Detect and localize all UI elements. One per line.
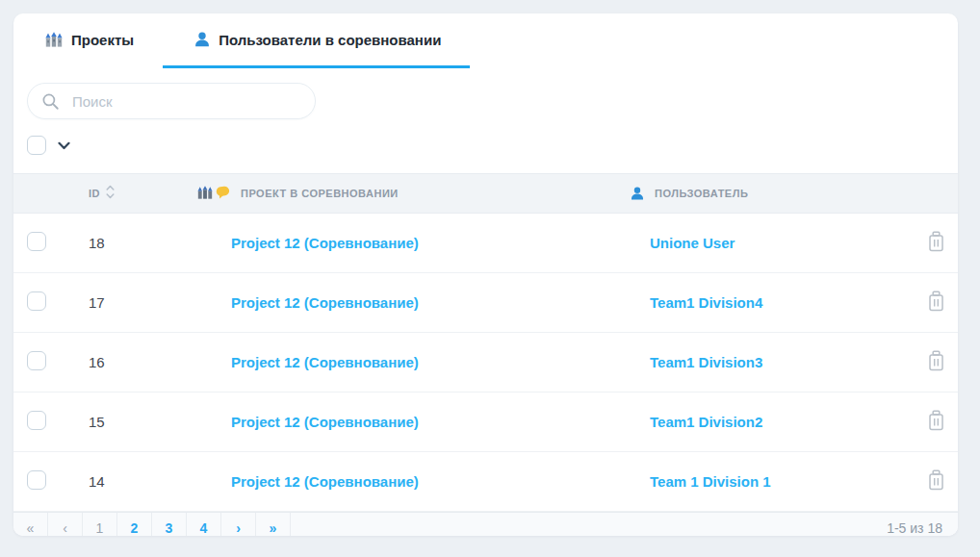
row-id: 18 <box>89 235 197 251</box>
row-id: 16 <box>89 354 197 370</box>
chevron-down-icon <box>58 139 70 153</box>
row-checkbox[interactable] <box>27 470 46 490</box>
table-row: 14 Project 12 (Соревнование) Team 1 Divi… <box>13 452 958 512</box>
row-checkbox[interactable] <box>27 232 46 251</box>
castle-icon <box>197 186 213 201</box>
column-header-id: ID <box>89 185 197 202</box>
pagination-page-3[interactable]: 3 <box>152 513 187 536</box>
table-row: 17 Project 12 (Соревнование) Team1 Divis… <box>13 273 958 333</box>
column-header-user-label: ПОЛЬЗОВАТЕЛЬ <box>655 188 748 199</box>
sort-icon <box>106 185 115 202</box>
delete-button[interactable] <box>924 468 948 495</box>
sort-id-button[interactable] <box>106 185 115 202</box>
bulk-actions-dropdown[interactable] <box>58 139 70 153</box>
user-link[interactable]: Team1 Division3 <box>650 354 762 370</box>
pagination-page-2[interactable]: 2 <box>117 513 152 536</box>
column-header-project: ПРОЕКТ В СОРЕВНОВАНИИ <box>197 186 631 201</box>
project-link[interactable]: Project 12 (Соревнование) <box>231 414 419 430</box>
trash-icon <box>926 410 946 434</box>
user-icon <box>631 187 644 200</box>
pagination-last-button[interactable]: » <box>256 513 291 536</box>
user-link[interactable]: Team1 Division2 <box>650 414 762 430</box>
bulk-select-row <box>27 135 944 156</box>
column-header-user: ПОЛЬЗОВАТЕЛЬ <box>631 187 915 200</box>
table-row: 15 Project 12 (Соревнование) Team1 Divis… <box>13 392 958 452</box>
pagination-page-1[interactable]: 1 <box>83 513 117 536</box>
users-table: ID <box>13 173 958 512</box>
pagination-next-button[interactable]: › <box>221 513 256 536</box>
select-all-checkbox[interactable] <box>27 136 46 155</box>
row-checkbox[interactable] <box>27 411 46 430</box>
user-link[interactable]: Team 1 Division 1 <box>650 473 771 490</box>
tab-bar: Проекты Пользователи в соревновании <box>13 13 958 68</box>
trash-icon <box>926 231 946 255</box>
project-link[interactable]: Project 12 (Соревнование) <box>231 354 419 370</box>
delete-button[interactable] <box>924 289 948 316</box>
delete-button[interactable] <box>924 348 948 376</box>
table-row: 16 Project 12 (Соревнование) Team1 Divis… <box>13 333 958 392</box>
user-link[interactable]: Team1 Division4 <box>650 294 762 311</box>
tab-projects[interactable]: Проекты <box>13 13 163 68</box>
tab-projects-label: Проекты <box>71 32 134 48</box>
pagination-first-button[interactable]: « <box>13 513 48 536</box>
row-id: 17 <box>89 294 197 311</box>
column-header-project-icons <box>197 186 230 201</box>
project-link[interactable]: Project 12 (Соревнование) <box>231 473 419 490</box>
pagination-page-4[interactable]: 4 <box>187 513 221 536</box>
pagination-summary: 1-5 из 18 <box>887 520 958 536</box>
delete-button[interactable] <box>924 229 948 257</box>
column-header-project-label: ПРОЕКТ В СОРЕВНОВАНИИ <box>241 188 399 199</box>
row-id: 14 <box>89 473 197 490</box>
castle-icon <box>45 32 63 47</box>
table-row: 18 Project 12 (Соревнование) Unione User <box>13 214 958 273</box>
speech-bubble-icon <box>216 186 230 201</box>
user-icon <box>194 32 210 47</box>
trash-icon <box>926 291 946 315</box>
project-link[interactable]: Project 12 (Соревнование) <box>231 235 419 251</box>
trash-icon <box>926 469 946 494</box>
tab-users-in-competition[interactable]: Пользователи в соревновании <box>163 13 470 68</box>
search-input[interactable] <box>27 83 316 119</box>
table-header: ID <box>13 173 958 214</box>
search-row <box>27 83 944 119</box>
project-link[interactable]: Project 12 (Соревнование) <box>231 294 419 311</box>
pagination-prev-button[interactable]: ‹ <box>48 513 83 536</box>
row-checkbox[interactable] <box>27 351 46 370</box>
pagination-bar: « ‹ 1 2 3 4 › » 1-5 из 18 <box>13 512 958 536</box>
tab-users-label: Пользователи в соревновании <box>219 32 441 48</box>
row-checkbox[interactable] <box>27 291 46 311</box>
search-box <box>27 83 316 119</box>
search-icon <box>41 92 60 114</box>
row-id: 15 <box>89 414 197 430</box>
column-header-id-label: ID <box>89 188 100 199</box>
content-card: Проекты Пользователи в соревновании <box>13 13 958 536</box>
delete-button[interactable] <box>924 408 948 436</box>
user-link[interactable]: Unione User <box>650 235 735 251</box>
trash-icon <box>926 350 946 374</box>
